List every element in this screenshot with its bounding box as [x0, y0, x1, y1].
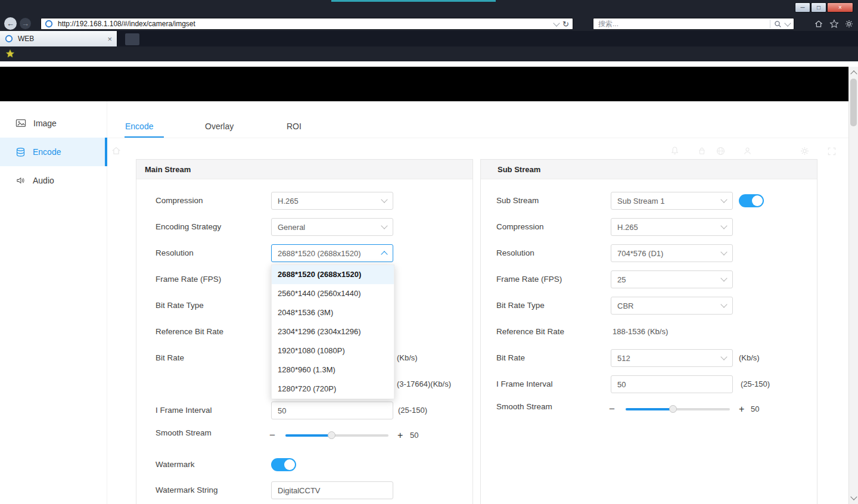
encoding-strategy-select[interactable]: General — [271, 218, 393, 236]
search-input[interactable] — [597, 19, 766, 29]
label-i-frame-interval: I Frame Interval — [156, 402, 212, 419]
watermark-toggle[interactable] — [271, 458, 296, 471]
label-reference-bit-rate: Reference Bit Rate — [156, 323, 223, 341]
browser-favorites-button[interactable] — [829, 19, 839, 31]
label-frame-rate: Frame Rate (FPS) — [156, 270, 221, 288]
sub-frame-rate-select[interactable]: 25 — [611, 270, 733, 288]
search-dropdown-icon[interactable] — [784, 20, 791, 26]
settings-button[interactable] — [800, 146, 810, 158]
add-favorite-button[interactable] — [5, 49, 15, 61]
nav-item-ai[interactable]: AI — [154, 147, 161, 156]
sub-smooth-stream-minus-button[interactable]: − — [609, 400, 615, 418]
language-button[interactable] — [716, 146, 726, 158]
browser-back-button[interactable]: ← — [4, 17, 17, 30]
sidebar-active-indicator — [105, 138, 107, 166]
notifications-button[interactable] — [670, 145, 680, 158]
browser-home-button[interactable] — [814, 19, 823, 31]
window-maximize-button[interactable]: □ — [811, 2, 826, 13]
url-field[interactable]: ↻ — [41, 18, 573, 30]
smooth-stream-plus-button[interactable]: + — [397, 427, 403, 444]
label-i-frame-interval: I Frame Interval — [496, 375, 553, 393]
search-divider — [770, 20, 770, 28]
username-label[interactable]: admin — [756, 147, 776, 155]
resolution-option[interactable]: 2304*1296 (2304x1296) — [272, 322, 394, 341]
scroll-up-icon[interactable] — [850, 70, 857, 77]
sub-resolution-select[interactable]: 704*576 (D1) — [611, 244, 733, 262]
chevron-down-icon — [720, 196, 727, 203]
sidebar-item-audio[interactable]: Audio — [0, 166, 107, 195]
tab-encode[interactable]: Encode — [125, 122, 153, 131]
resolution-select[interactable]: 2688*1520 (2688x1520) — [271, 244, 393, 262]
fullscreen-button[interactable] — [827, 147, 837, 158]
chevron-down-icon — [381, 196, 387, 203]
resolution-option[interactable]: 1920*1080 (1080P) — [272, 341, 394, 360]
chevron-down-icon — [720, 275, 727, 281]
resolution-option[interactable]: 2688*1520 (2688x1520) — [272, 265, 394, 284]
browser-tab-web[interactable]: WEB × — [0, 31, 117, 46]
sub-bit-rate-select[interactable]: 512 — [611, 349, 733, 367]
sidebar-item-encode[interactable]: Encode — [0, 138, 107, 166]
search-icon[interactable] — [774, 20, 782, 28]
resolution-option[interactable]: 2560*1440 (2560x1440) — [272, 284, 394, 303]
bit-rate-range: (3-17664)(Kb/s) — [397, 375, 451, 393]
toggle-knob — [284, 459, 295, 470]
panel-title: Main Stream — [145, 165, 191, 174]
tab-close-icon[interactable]: × — [107, 35, 112, 43]
sub-smooth-stream-plus-button[interactable]: + — [739, 400, 744, 418]
sub-stream-select[interactable]: Sub Stream 1 — [611, 192, 733, 210]
sub-stream-enable-toggle[interactable] — [739, 194, 764, 207]
tab-overlay[interactable]: Overlay — [205, 122, 234, 131]
sub-i-frame-interval-input[interactable] — [611, 375, 733, 393]
sub-bit-rate-type-select[interactable]: CBR — [611, 297, 733, 315]
resolution-option[interactable]: 1280*720 (720P) — [272, 379, 394, 399]
scrollbar-thumb[interactable] — [850, 79, 857, 126]
watermark-string-input[interactable] — [271, 481, 393, 499]
new-tab-button[interactable] — [125, 33, 139, 45]
compression-select[interactable]: H.265 — [271, 192, 393, 210]
scroll-down-icon[interactable] — [850, 493, 857, 500]
i-frame-range: (25-150) — [398, 402, 427, 419]
resolution-option[interactable]: 1280*960 (1.3M) — [272, 360, 394, 379]
page-scrollbar[interactable] — [848, 67, 858, 504]
sub-smooth-stream-slider-thumb[interactable] — [669, 405, 677, 413]
window-close-button[interactable]: × — [827, 2, 853, 13]
label-bit-rate-type: Bit Rate Type — [496, 297, 545, 315]
browser-forward-button[interactable]: → — [20, 18, 31, 29]
chevron-down-icon — [720, 353, 727, 360]
sub-stream-panel-header: Sub Stream — [481, 160, 817, 179]
sidebar-item-image[interactable]: Image — [0, 109, 107, 138]
nav-home-button[interactable] — [111, 145, 122, 158]
store-button[interactable] — [697, 146, 707, 158]
label-frame-rate: Frame Rate (FPS) — [496, 270, 562, 288]
nav-item-camera[interactable]: Camera — [195, 147, 225, 156]
smooth-stream-minus-button[interactable]: − — [269, 427, 275, 444]
i-frame-interval-input[interactable] — [271, 402, 393, 419]
home-icon — [111, 145, 122, 156]
favorites-star-icon — [5, 49, 15, 58]
label-bit-rate-type: Bit Rate Type — [156, 297, 204, 315]
resolution-dropdown-list: 2688*1520 (2688x1520) 2560*1440 (2560x14… — [271, 265, 394, 399]
search-box[interactable] — [593, 18, 794, 30]
app-header: alhua TECHNOLOGY AI Camera admin — [0, 67, 858, 101]
smooth-stream-value: 50 — [410, 427, 418, 444]
account-button[interactable] — [743, 147, 752, 158]
encode-icon — [15, 147, 26, 157]
label-resolution: Resolution — [156, 244, 194, 262]
main-stream-panel-header: Main Stream — [136, 160, 472, 179]
address-dropdown-icon[interactable] — [553, 20, 559, 26]
url-input[interactable] — [57, 19, 551, 29]
label-watermark-string: Watermark String — [156, 481, 218, 499]
tab-favicon — [5, 35, 13, 43]
tab-roi[interactable]: ROI — [287, 122, 301, 131]
sidebar-item-label: Image — [33, 119, 57, 128]
screen: ─ □ × ← → ↻ WEB — [0, 0, 858, 504]
sub-compression-select[interactable]: H.265 — [611, 218, 733, 236]
titlebar-accent — [331, 0, 496, 2]
smooth-stream-slider-thumb[interactable] — [328, 431, 335, 439]
window-minimize-button[interactable]: ─ — [795, 2, 810, 13]
user-icon — [743, 147, 752, 155]
browser-tools-button[interactable] — [844, 19, 854, 31]
bell-icon — [670, 145, 680, 156]
refresh-icon[interactable]: ↻ — [562, 20, 569, 29]
resolution-option[interactable]: 2048*1536 (3M) — [272, 303, 394, 322]
